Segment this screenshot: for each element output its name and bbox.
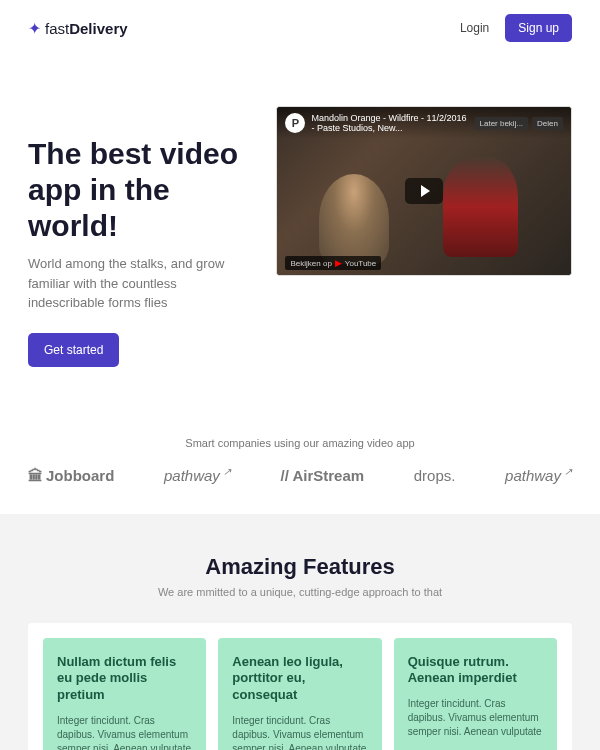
card-title: Nullam dictum felis eu pede mollis preti… [57,654,192,705]
play-button[interactable] [405,178,443,204]
video-person-right [443,157,518,257]
watch-on-badge[interactable]: Bekijken op ▶ YouTube [285,256,381,270]
company-logos: 🏛 Jobboard pathway // AirStream drops. p… [28,467,572,484]
companies-heading: Smart companies using our amazing video … [28,437,572,449]
logo[interactable]: ✦ fastDelivery [28,19,128,38]
features-header: Amazing Features We are mmitted to a uni… [28,554,572,598]
logo-text-bold: Delivery [69,20,127,37]
hero-subtitle: World among the stalks, and grow familia… [28,254,256,313]
watch-on-text: Bekijken op [290,259,331,268]
company-pathway: pathway [164,467,231,484]
features-title: Amazing Features [28,554,572,580]
header: ✦ fastDelivery Login Sign up [0,0,600,56]
hero-content: The best video app in the world! World a… [28,106,256,367]
feature-card: Aenean leo ligula, porttitor eu, consequ… [218,638,381,751]
features-subtitle: We are mmitted to a unique, cutting-edge… [28,586,572,598]
watch-later-chip[interactable]: Later bekij... [475,117,529,130]
feature-card: Nullam dictum felis eu pede mollis preti… [43,638,206,751]
video-embed[interactable]: P Mandolin Orange - Wildfire - 11/2/2016… [276,106,572,276]
features-section: Amazing Features We are mmitted to a uni… [0,514,600,751]
feature-cards-container: Nullam dictum felis eu pede mollis preti… [28,623,572,751]
play-icon [421,185,430,197]
login-link[interactable]: Login [460,21,489,35]
company-jobboard: 🏛 Jobboard [28,467,114,484]
share-chip[interactable]: Delen [532,117,563,130]
platform-text: YouTube [345,259,376,268]
companies-section: Smart companies using our amazing video … [0,397,600,514]
feature-card: Quisque rutrum. Aenean imperdiet Integer… [394,638,557,751]
card-body: Integer tincidunt. Cras dapibus. Vivamus… [57,714,192,750]
youtube-icon: ▶ [335,258,342,268]
nav-actions: Login Sign up [460,14,572,42]
card-title: Quisque rutrum. Aenean imperdiet [408,654,543,688]
video-top-bar: P Mandolin Orange - Wildfire - 11/2/2016… [277,107,571,139]
card-body: Integer tincidunt. Cras dapibus. Vivamus… [232,714,367,750]
channel-avatar[interactable]: P [285,113,305,133]
logo-text-light: fast [45,20,69,37]
feature-cards: Nullam dictum felis eu pede mollis preti… [43,638,557,751]
card-body: Integer tincidunt. Cras dapibus. Vivamus… [408,697,543,739]
video-title[interactable]: Mandolin Orange - Wildfire - 11/2/2016 -… [311,113,468,133]
company-pathway-2: pathway [505,467,572,484]
hero-title: The best video app in the world! [28,136,256,244]
company-drops: drops. [414,467,456,484]
hero-section: The best video app in the world! World a… [0,56,600,397]
bolt-icon: ✦ [28,19,41,38]
card-title: Aenean leo ligula, porttitor eu, consequ… [232,654,367,705]
company-airstream: // AirStream [280,467,364,484]
video-footer: Bekijken op ▶ YouTube [277,251,389,275]
get-started-button[interactable]: Get started [28,333,119,367]
video-actions: Later bekij... Delen [475,117,563,130]
briefcase-icon: 🏛 [28,467,43,484]
signup-button[interactable]: Sign up [505,14,572,42]
